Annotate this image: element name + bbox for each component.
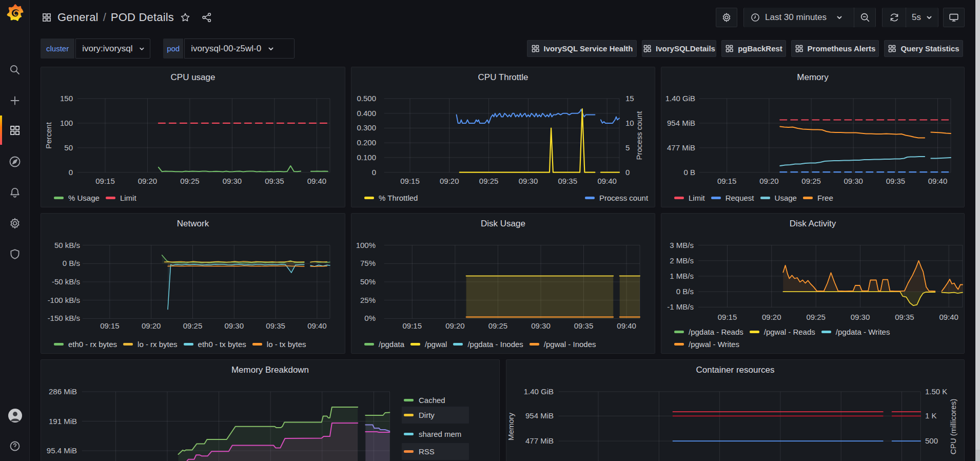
svg-text:09:25: 09:25 (801, 177, 821, 185)
svg-text:09:30: 09:30 (223, 177, 242, 185)
svg-text:95.4 MiB: 95.4 MiB (47, 446, 77, 455)
svg-text:477 MiB: 477 MiB (525, 436, 554, 445)
svg-text:09:20: 09:20 (762, 313, 781, 321)
svg-text:09:40: 09:40 (617, 321, 636, 330)
svg-text:25%: 25% (360, 296, 376, 304)
svg-text:09:15: 09:15 (718, 313, 737, 321)
svg-text:-150 kB/s: -150 kB/s (48, 314, 80, 322)
svg-text:0: 0 (625, 168, 630, 177)
svg-text:0 B/s: 0 B/s (63, 259, 80, 267)
svg-text:954 MiB: 954 MiB (525, 411, 554, 420)
svg-text:09:20: 09:20 (445, 321, 465, 330)
svg-text:50: 50 (64, 143, 73, 152)
svg-text:Memory: Memory (506, 412, 515, 440)
svg-text:-100 kB/s: -100 kB/s (48, 296, 80, 304)
svg-text:1.40 GiB: 1.40 GiB (524, 387, 554, 396)
svg-text:09:40: 09:40 (307, 177, 327, 185)
svg-text:09:15: 09:15 (400, 177, 420, 185)
svg-text:09:30: 09:30 (851, 313, 870, 321)
svg-text:09:30: 09:30 (225, 321, 244, 330)
svg-text:150: 150 (60, 94, 73, 103)
svg-text:-1 MB/s: -1 MB/s (667, 302, 694, 311)
svg-text:09:40: 09:40 (597, 177, 617, 185)
svg-text:954 MiB: 954 MiB (667, 119, 695, 127)
svg-text:09:35: 09:35 (886, 177, 906, 185)
svg-text:0%: 0% (364, 314, 376, 322)
svg-text:1.40 GiB: 1.40 GiB (665, 94, 695, 103)
svg-text:0 B/s: 0 B/s (676, 287, 694, 296)
svg-text:09:35: 09:35 (895, 313, 914, 321)
svg-text:09:30: 09:30 (531, 321, 551, 330)
svg-text:09:35: 09:35 (574, 321, 594, 330)
svg-text:09:20: 09:20 (138, 177, 158, 185)
svg-text:100%: 100% (356, 241, 376, 249)
svg-text:1 K: 1 K (925, 411, 937, 420)
svg-text:0 B: 0 B (683, 168, 695, 177)
svg-text:09:40: 09:40 (928, 177, 948, 185)
svg-text:09:25: 09:25 (183, 321, 203, 330)
svg-text:-50 kB/s: -50 kB/s (52, 277, 80, 286)
svg-text:286 MiB: 286 MiB (49, 387, 77, 396)
svg-text:09:25: 09:25 (180, 177, 200, 185)
svg-text:09:15: 09:15 (403, 321, 422, 330)
svg-text:0.500: 0.500 (357, 94, 376, 103)
svg-text:100: 100 (60, 119, 73, 127)
svg-text:09:35: 09:35 (266, 321, 285, 330)
svg-text:Process count: Process count (635, 111, 643, 160)
svg-text:50 kB/s: 50 kB/s (54, 241, 80, 249)
svg-text:0: 0 (372, 168, 376, 177)
svg-text:3 MB/s: 3 MB/s (670, 241, 694, 249)
svg-text:15: 15 (625, 94, 634, 103)
svg-text:09:30: 09:30 (519, 177, 538, 185)
svg-text:09:35: 09:35 (265, 177, 284, 185)
svg-text:09:25: 09:25 (488, 321, 508, 330)
svg-text:CPU (millicores): CPU (millicores) (949, 399, 957, 454)
svg-text:09:40: 09:40 (307, 321, 327, 330)
svg-text:0.300: 0.300 (357, 123, 376, 132)
svg-text:477 MiB: 477 MiB (667, 143, 695, 152)
svg-text:09:15: 09:15 (717, 177, 737, 185)
svg-text:191 MiB: 191 MiB (49, 417, 77, 426)
svg-text:09:15: 09:15 (100, 321, 120, 330)
svg-text:1.50 K: 1.50 K (925, 387, 947, 396)
svg-text:50%: 50% (360, 277, 376, 286)
svg-text:09:20: 09:20 (142, 321, 161, 330)
svg-text:0.400: 0.400 (357, 109, 376, 118)
svg-text:09:35: 09:35 (558, 177, 578, 185)
svg-text:0: 0 (69, 168, 73, 177)
svg-text:09:25: 09:25 (479, 177, 499, 185)
svg-text:1 MB/s: 1 MB/s (670, 272, 694, 280)
svg-text:10: 10 (625, 119, 634, 127)
svg-text:09:15: 09:15 (95, 177, 115, 185)
svg-text:Percent: Percent (44, 122, 53, 149)
svg-text:09:40: 09:40 (939, 313, 958, 321)
svg-text:0.200: 0.200 (357, 138, 376, 147)
svg-text:5: 5 (625, 143, 630, 152)
svg-text:75%: 75% (360, 259, 376, 267)
svg-text:09:30: 09:30 (844, 177, 863, 185)
svg-text:500: 500 (925, 436, 938, 445)
svg-text:09:20: 09:20 (440, 177, 459, 185)
svg-text:09:25: 09:25 (806, 313, 826, 321)
svg-text:0.100: 0.100 (357, 153, 376, 162)
svg-text:09:20: 09:20 (759, 177, 779, 185)
svg-text:2 MB/s: 2 MB/s (670, 256, 694, 265)
